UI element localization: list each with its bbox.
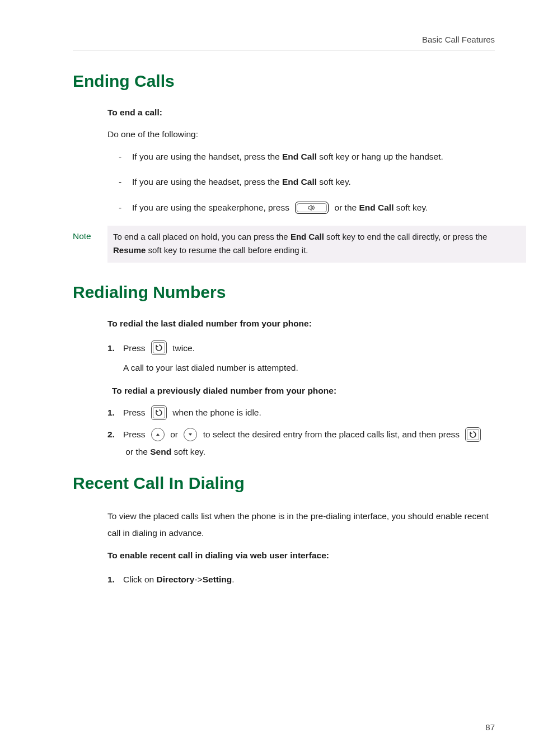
down-triangle-icon	[187, 431, 194, 438]
text: to select the desired entry from the pla…	[200, 426, 462, 443]
text: soft key to end the call directly, or pr…	[324, 232, 488, 241]
directory-label: Directory	[156, 571, 194, 588]
text: Press	[123, 339, 148, 357]
text: Click on	[123, 571, 156, 588]
redial-glyph-icon	[155, 344, 163, 352]
subhead-to-end-call: To end a call:	[107, 106, 491, 119]
end-call-label: End Call	[282, 148, 317, 165]
text: or the	[332, 199, 359, 216]
redial-prev-steps: 1. Press when the phone is idle. 2. Pres…	[107, 404, 491, 460]
text: If you are using the handset, press the	[132, 148, 282, 165]
page-number: 87	[485, 721, 495, 734]
enable-recent-steps: 1. Click on Directory->Setting.	[107, 571, 491, 588]
nav-down-key-icon	[184, 428, 197, 441]
text: soft key.	[317, 174, 351, 190]
text: soft key to resume the call before endin…	[146, 245, 308, 255]
text: soft key or hang up the handset.	[317, 148, 443, 165]
option-speakerphone: If you are using the speakerphone, press…	[119, 199, 491, 216]
lead-do-one: Do one of the following:	[107, 128, 491, 141]
text: twice.	[170, 339, 195, 357]
step-number: 1.	[107, 571, 115, 588]
redial-key-icon	[151, 340, 167, 355]
section-redialing-title: Redialing Numbers	[73, 279, 495, 305]
step-click-directory: 1. Click on Directory->Setting.	[107, 571, 491, 588]
text: ->	[195, 571, 203, 588]
section-ending-calls-title: Ending Calls	[73, 68, 495, 94]
end-call-label: End Call	[282, 174, 317, 190]
step-press-redial-idle: 1. Press when the phone is idle.	[107, 404, 491, 421]
redial-key-icon	[465, 427, 481, 442]
section-recent-call-title: Recent Call In Dialing	[73, 470, 495, 496]
step-number: 1.	[107, 404, 115, 421]
subhead-redial-last: To redial the last dialed number from yo…	[107, 317, 491, 330]
resume-label: Resume	[113, 245, 146, 255]
text: soft key.	[171, 443, 205, 460]
step-select-entry: 2. Press or to select the desired entry …	[107, 426, 491, 460]
note-label: Note	[73, 226, 107, 242]
text: when the phone is idle.	[170, 404, 261, 421]
text: soft key.	[394, 199, 428, 216]
note-body: To end a call placed on hold, you can pr…	[107, 226, 526, 263]
text: If you are using the headset, press the	[132, 174, 282, 190]
recent-call-lead: To view the placed calls list when the p…	[107, 508, 491, 541]
text: Press	[123, 404, 148, 421]
step-number: 1.	[107, 339, 115, 357]
subhead-redial-prev: To redial a previously dialed number fro…	[112, 384, 491, 397]
redial-last-steps: 1. Press twice.	[107, 339, 491, 357]
end-call-label: End Call	[291, 232, 324, 241]
page-header: Basic Call Features	[73, 34, 495, 50]
breadcrumb: Basic Call Features	[422, 35, 495, 44]
redial-glyph-icon	[155, 409, 163, 417]
redial-glyph-icon	[469, 431, 477, 438]
redial-key-icon	[151, 405, 167, 420]
text: Press	[123, 426, 148, 443]
up-triangle-icon	[154, 431, 161, 438]
step-press-redial-twice: 1. Press twice.	[107, 339, 491, 357]
step-number: 2.	[107, 426, 115, 443]
end-call-options: If you are using the handset, press the …	[107, 148, 491, 216]
send-label: Send	[150, 443, 171, 460]
text: or the	[123, 443, 150, 460]
option-headset: If you are using the headset, press the …	[119, 174, 491, 190]
text: or	[168, 426, 180, 443]
setting-label: Setting	[203, 571, 232, 588]
note-block: Note To end a call placed on hold, you c…	[73, 226, 526, 263]
speakerphone-key-icon	[295, 202, 329, 214]
nav-up-key-icon	[151, 428, 165, 441]
redial-follow-text: A call to your last dialed number is att…	[123, 361, 491, 374]
end-call-label: End Call	[359, 199, 394, 216]
subhead-enable-recent: To enable recent call in dialing via web…	[107, 549, 491, 562]
text: If you are using the speakerphone, press	[132, 199, 292, 216]
text: .	[232, 571, 234, 588]
option-handset: If you are using the handset, press the …	[119, 148, 491, 165]
text: To end a call placed on hold, you can pr…	[113, 232, 291, 241]
